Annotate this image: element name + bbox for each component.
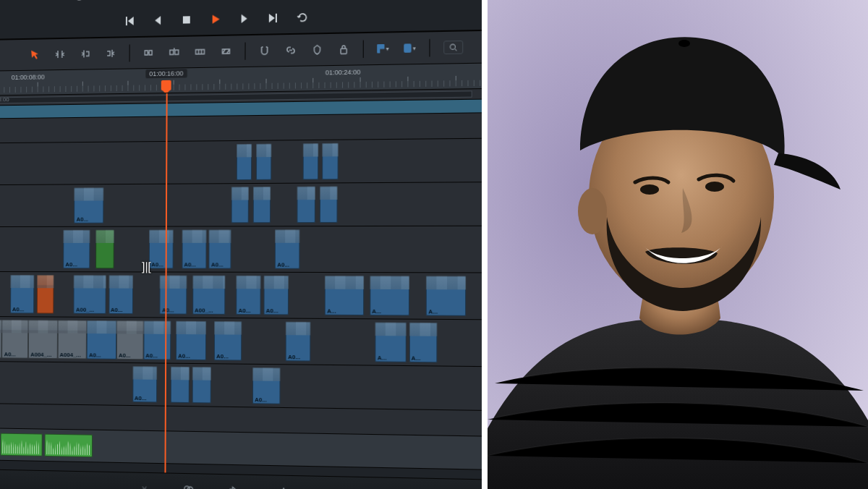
- svg-point-9: [640, 184, 659, 195]
- clip-label: A0...: [116, 352, 133, 360]
- prev-frame-button[interactable]: [148, 10, 167, 30]
- swap-tool[interactable]: [138, 43, 158, 64]
- clip[interactable]: A0...: [286, 322, 311, 362]
- timecode-mark: 01:00:08:00: [0, 96, 9, 103]
- clip[interactable]: A0...: [132, 366, 157, 402]
- clip[interactable]: A0...: [109, 275, 133, 314]
- clip[interactable]: A0...: [275, 229, 300, 268]
- clip[interactable]: A...: [370, 276, 409, 315]
- link-toggle[interactable]: [281, 40, 301, 61]
- clip[interactable]: [323, 143, 339, 180]
- insert-tool[interactable]: [164, 42, 184, 63]
- clip[interactable]: [44, 434, 93, 458]
- page-fusion[interactable]: Fusion: [133, 481, 155, 489]
- clip[interactable]: A0...: [236, 276, 260, 315]
- clip-label: A0...: [2, 351, 18, 358]
- search-icon: [448, 43, 458, 52]
- track-v5[interactable]: [0, 139, 482, 186]
- clip-label: A0...: [160, 307, 176, 314]
- pointer-tool[interactable]: [25, 44, 44, 64]
- clip[interactable]: A00_...: [74, 275, 106, 314]
- clip[interactable]: A0...: [149, 230, 174, 269]
- marker-dropdown[interactable]: ▾: [399, 38, 420, 59]
- clip[interactable]: [170, 367, 190, 403]
- track-v4[interactable]: A0...A0...: [0, 182, 482, 227]
- split-divider: [482, 0, 488, 489]
- clip[interactable]: A0...: [143, 320, 171, 360]
- clip[interactable]: [36, 275, 54, 313]
- clip[interactable]: [320, 186, 338, 223]
- timeline[interactable]: 01:00:08:00 A0...A0... A0...A0...A0...A0…: [0, 89, 482, 480]
- clip-label: A0...: [143, 352, 160, 360]
- position-lock[interactable]: [307, 39, 328, 60]
- clip[interactable]: A004_...: [57, 320, 87, 360]
- track-v3[interactable]: A0...A0...A0...A0...A0...: [0, 226, 482, 273]
- clip[interactable]: A0...: [2, 320, 29, 358]
- clip-label: A...: [325, 307, 339, 315]
- clip[interactable]: A0...: [63, 230, 90, 268]
- clip[interactable]: [95, 230, 114, 269]
- clip-label: A0...: [182, 261, 198, 268]
- flag-dropdown[interactable]: ▾: [373, 38, 393, 59]
- play-button[interactable]: [206, 9, 225, 29]
- clip[interactable]: A0...: [10, 275, 34, 313]
- clip[interactable]: [297, 187, 315, 223]
- clip[interactable]: [0, 433, 43, 456]
- overwrite-tool[interactable]: [190, 41, 210, 62]
- timeline-search[interactable]: [443, 41, 463, 54]
- clip[interactable]: A0...: [116, 320, 144, 360]
- clip-label: A0...: [63, 261, 79, 268]
- clip[interactable]: A0...: [176, 321, 206, 360]
- replace-tool[interactable]: [216, 41, 236, 62]
- svg-rect-0: [183, 16, 190, 23]
- track-v1[interactable]: A0...A0...A0...A004_...A004_...A0...A0..…: [0, 317, 482, 367]
- person-photo: [488, 0, 868, 489]
- clip[interactable]: A...: [409, 323, 437, 362]
- clip[interactable]: A0...: [264, 276, 289, 315]
- clip[interactable]: [237, 144, 252, 180]
- next-frame-button[interactable]: [235, 9, 254, 28]
- clip[interactable]: A...: [325, 276, 364, 315]
- chevron-down-icon: ▾: [413, 45, 416, 51]
- flag-icon: [377, 44, 384, 54]
- track-v2[interactable]: A0...A00_...A0...A0...A00_...A0...A0...A…: [0, 272, 482, 320]
- clip[interactable]: A0...: [214, 321, 242, 361]
- snap-toggle[interactable]: [255, 41, 275, 61]
- clip[interactable]: A...: [426, 276, 466, 315]
- clip-label: A0...: [87, 352, 103, 359]
- clip[interactable]: A0...: [252, 367, 280, 404]
- first-frame-button[interactable]: [120, 11, 139, 30]
- clip[interactable]: A0...: [209, 229, 231, 268]
- clip-label: A0...: [275, 261, 292, 268]
- lock-toggle[interactable]: [333, 39, 354, 60]
- fusion-icon: [137, 481, 151, 489]
- clip[interactable]: A0...: [160, 276, 187, 315]
- timecode-mark: 01:00:24:00: [326, 69, 361, 77]
- page-deliver[interactable]: Deliver: [272, 484, 295, 489]
- page-fairlight[interactable]: Fairlight: [221, 483, 247, 489]
- trim-out-tool[interactable]: [101, 43, 121, 64]
- clip-label: A0...: [149, 261, 166, 268]
- clip-label: A0...: [264, 307, 281, 315]
- clip[interactable]: [256, 144, 271, 180]
- clip[interactable]: A00_...: [192, 276, 226, 315]
- clip[interactable]: [253, 187, 271, 223]
- clip[interactable]: A0...: [182, 230, 206, 269]
- last-frame-button[interactable]: [264, 8, 283, 27]
- stop-button[interactable]: [177, 10, 196, 30]
- clip[interactable]: A0...: [87, 320, 116, 360]
- clip[interactable]: A004_...: [28, 320, 58, 359]
- clip[interactable]: A0...: [75, 187, 104, 224]
- loop-button[interactable]: [293, 7, 312, 27]
- svg-point-4: [187, 486, 192, 489]
- track-v0[interactable]: A0...A0...: [0, 361, 482, 411]
- separator: [363, 40, 364, 58]
- clip[interactable]: [231, 187, 248, 223]
- page-color[interactable]: Color: [179, 482, 197, 489]
- clip[interactable]: A...: [375, 322, 407, 362]
- trim-tool[interactable]: [50, 44, 69, 65]
- clip[interactable]: [303, 143, 319, 179]
- chevron-down-icon: ▾: [386, 45, 389, 51]
- trim-in-tool[interactable]: [75, 43, 95, 64]
- clip[interactable]: [192, 367, 211, 403]
